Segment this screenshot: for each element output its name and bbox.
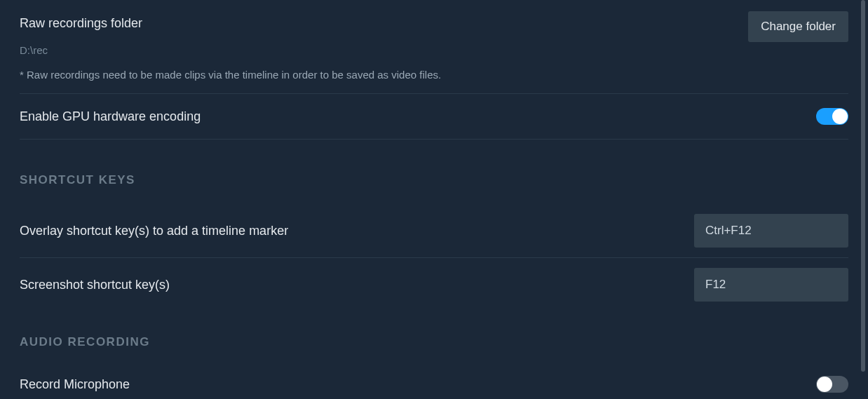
record-microphone-row: Record Microphone Enables recording of y…	[20, 366, 848, 399]
raw-recordings-folder-hint: * Raw recordings need to be made clips v…	[20, 67, 748, 82]
screenshot-shortcut-input[interactable]	[694, 268, 848, 302]
change-folder-button[interactable]: Change folder	[748, 11, 848, 42]
scrollbar-thumb[interactable]	[861, 0, 865, 372]
timeline-marker-shortcut-row: Overlay shortcut key(s) to add a timelin…	[20, 204, 848, 258]
scrollbar-track[interactable]	[861, 0, 865, 399]
timeline-marker-shortcut-input[interactable]	[694, 214, 848, 248]
gpu-encoding-row: Enable GPU hardware encoding	[20, 94, 848, 140]
shortcut-keys-header: SHORTCUT KEYS	[20, 173, 848, 187]
screenshot-shortcut-label: Screenshot shortcut key(s)	[20, 277, 170, 293]
raw-recordings-folder-info: Raw recordings folder D:\rec * Raw recor…	[20, 11, 748, 82]
raw-recordings-folder-title: Raw recordings folder	[20, 15, 748, 32]
gpu-encoding-toggle[interactable]	[816, 108, 848, 125]
toggle-knob	[832, 109, 848, 124]
record-microphone-header: Record Microphone	[20, 376, 848, 393]
raw-recordings-folder-row: Raw recordings folder D:\rec * Raw recor…	[20, 8, 848, 94]
settings-panel: Raw recordings folder D:\rec * Raw recor…	[0, 0, 868, 399]
record-microphone-toggle[interactable]	[816, 376, 848, 393]
record-microphone-title: Record Microphone	[20, 377, 130, 393]
toggle-knob	[817, 377, 832, 392]
timeline-marker-shortcut-label: Overlay shortcut key(s) to add a timelin…	[20, 223, 288, 239]
gpu-encoding-title: Enable GPU hardware encoding	[20, 109, 201, 125]
screenshot-shortcut-row: Screenshot shortcut key(s)	[20, 258, 848, 302]
audio-recording-header: AUDIO RECORDING	[20, 335, 848, 349]
raw-recordings-folder-path: D:\rec	[20, 44, 748, 56]
